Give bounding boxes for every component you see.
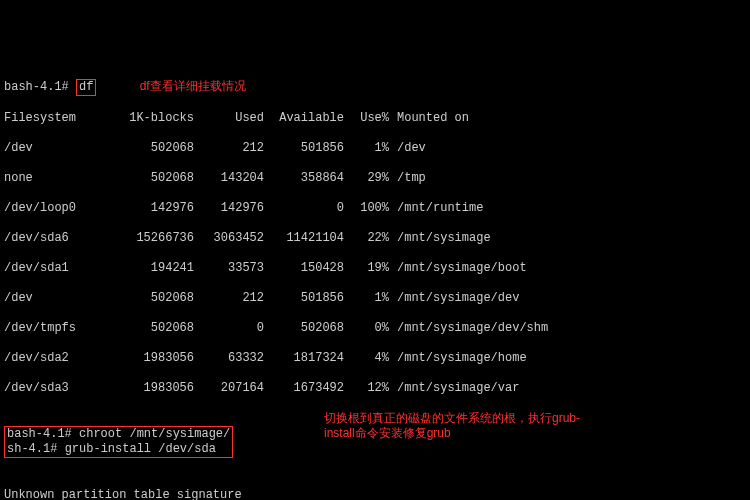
df-row: /dev5020682125018561%/dev xyxy=(4,141,746,156)
df-row: /dev/tmpfs50206805020680%/mnt/sysimage/d… xyxy=(4,321,746,336)
partition-msg: Unknown partition table signature xyxy=(4,488,746,500)
df-row: none50206814320435886429%/tmp xyxy=(4,171,746,186)
df-row: /dev/sda11942413357315042819%/mnt/sysima… xyxy=(4,261,746,276)
df-header: Filesystem1K-blocksUsedAvailableUse%Moun… xyxy=(4,111,746,126)
anno-df: df查看详细挂载情况 xyxy=(140,79,246,93)
cmd-df: df xyxy=(76,79,96,96)
terminal[interactable]: bash-4.1# df df查看详细挂载情况 Filesystem1K-blo… xyxy=(4,64,746,500)
cmd-grub-box: bash-4.1# chroot /mnt/sysimage/ sh-4.1# … xyxy=(4,426,233,458)
df-row: /dev5020682125018561%/mnt/sysimage/dev xyxy=(4,291,746,306)
df-row: /dev/sda219830566333218173244%/mnt/sysim… xyxy=(4,351,746,366)
anno-grub: 切换根到真正的磁盘的文件系统的根，执行grub-install命令安装修复gru… xyxy=(324,411,584,441)
df-row: /dev/sda31983056207164167349212%/mnt/sys… xyxy=(4,381,746,396)
prompt: bash-4.1# xyxy=(4,80,69,94)
df-row: /dev/sda61526673630634521142110422%/mnt/… xyxy=(4,231,746,246)
df-row: /dev/loop01429761429760100%/mnt/runtime xyxy=(4,201,746,216)
